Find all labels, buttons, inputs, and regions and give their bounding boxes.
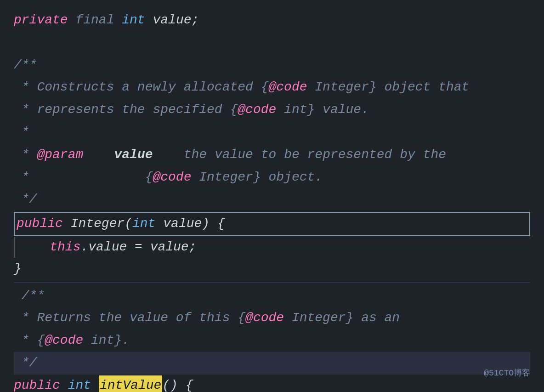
javadoc-end-2: */ <box>14 352 530 375</box>
section-divider <box>14 282 530 283</box>
javadoc-param-value: * @param value the value to be represent… <box>14 144 530 166</box>
blank-line <box>14 32 530 54</box>
intvalue-signature: public int intValue() { <box>14 375 530 392</box>
keyword-int: int <box>122 10 145 31</box>
javadoc-end-1: */ <box>14 188 530 211</box>
javadoc-returns: * Returns the value of this {@code Integ… <box>14 307 530 330</box>
javadoc-start-2: /** <box>14 285 530 307</box>
javadoc-param-cont: * {@code Integer} object. <box>14 166 530 189</box>
keyword-private: private <box>14 10 68 31</box>
javadoc-line-represents: * represents the specified {@code int} v… <box>14 99 530 121</box>
code-editor: private final int value; /** * Construct… <box>0 0 544 392</box>
constructor-body: this.value = value; <box>14 237 530 258</box>
javadoc-empty-star: * <box>14 121 530 144</box>
javadoc-start-1: /** <box>14 54 530 77</box>
javadoc-int-code: * {@code int}. <box>14 330 530 352</box>
closing-brace-1: } <box>14 258 530 280</box>
javadoc-line-constructs: * Constructs a newly allocated {@code In… <box>14 76 530 99</box>
intvalue-highlight: intValue <box>99 375 162 392</box>
constructor-signature: public Integer(int value) { <box>14 212 530 236</box>
code-line-1: private final int value; <box>14 9 530 32</box>
watermark: @51CTO博客 <box>484 362 530 383</box>
